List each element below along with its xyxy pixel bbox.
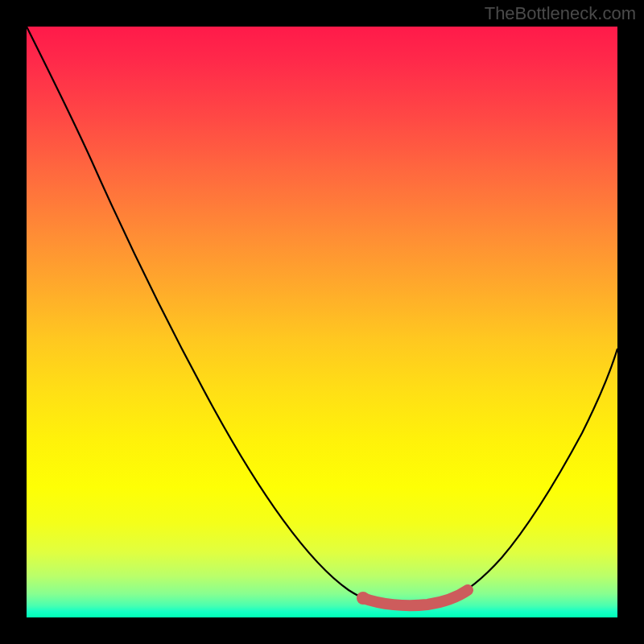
chart-frame xyxy=(0,0,644,644)
optimal-zone-highlight xyxy=(363,590,468,605)
plot-area xyxy=(27,27,617,617)
optimal-zone-start-dot xyxy=(357,592,369,605)
curve-svg xyxy=(27,27,617,617)
bottleneck-curve xyxy=(27,27,617,607)
attribution-text: TheBottleneck.com xyxy=(485,3,636,24)
